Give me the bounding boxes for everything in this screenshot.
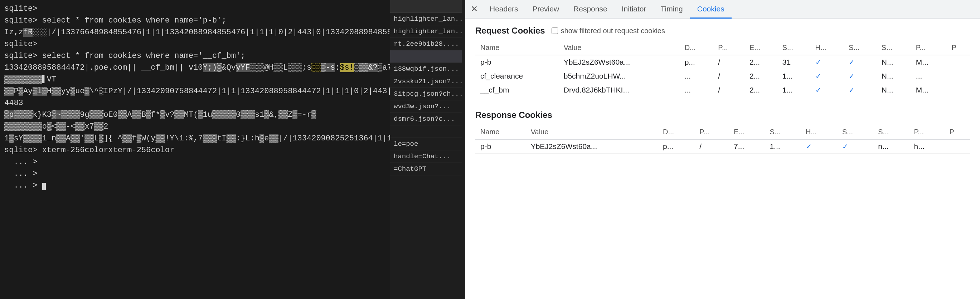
network-item-highlighter2[interactable]: highlighter_lan... xyxy=(390,25,462,38)
response-cookies-header-row: Name Value D... P... E... S... H... S...… xyxy=(475,125,970,139)
col-s: S... xyxy=(777,41,810,55)
request-cookies-section: Request Cookies show filtered out reques… xyxy=(475,26,970,97)
network-item-highlighter1[interactable]: highlighter_lan... xyxy=(390,13,462,25)
col-s3: S... xyxy=(877,41,911,55)
col-p: P... xyxy=(694,125,729,139)
col-d: D... xyxy=(658,125,694,139)
request-cookies-header-row: Name Value D... P... E... S... H... S...… xyxy=(475,41,970,55)
show-filtered-label[interactable]: show filtered out request cookies xyxy=(552,27,665,35)
col-s2: S... xyxy=(844,41,877,55)
col-value: Value xyxy=(526,125,658,139)
table-row[interactable]: __cf_bm Drvd.82J6kbTHKI... ... / 2... 1.… xyxy=(475,83,970,97)
terminal-line-13: sqlite> xterm-256colorxterm-256color xyxy=(4,144,386,156)
terminal-line-7: ▒▒▒▒▒▒▒▒▌VT xyxy=(4,74,386,85)
col-value: Value xyxy=(559,41,680,55)
col-e: E... xyxy=(729,125,765,139)
devtools-panel: ✕ Headers Preview Response Initiator Tim… xyxy=(465,0,980,299)
col-h: H... xyxy=(801,125,837,139)
terminal-line-9: 4483 xyxy=(4,97,386,109)
cookie-body: Request Cookies show filtered out reques… xyxy=(465,19,980,299)
network-item-blank[interactable] xyxy=(390,125,462,138)
col-s3: S... xyxy=(873,125,909,139)
response-cookies-title: Response Cookies xyxy=(475,110,552,120)
response-cookies-table: Name Value D... P... E... S... H... S...… xyxy=(475,125,970,153)
col-name: Name xyxy=(475,125,526,139)
cookie-name: p-b xyxy=(475,139,526,153)
show-filtered-checkbox[interactable] xyxy=(552,27,558,34)
col-d: D... xyxy=(680,41,713,55)
terminal-line-14: ... > xyxy=(4,156,386,168)
col-p3: P xyxy=(947,41,970,55)
network-list-header xyxy=(390,0,462,13)
table-row[interactable]: p-b YbEJ2sZ6Wst60a... p... / 2... 31 ✓ ✓… xyxy=(475,55,970,69)
network-item-3itpcg[interactable]: 3itpcg.json?ch... xyxy=(390,88,462,100)
network-item-dsmr6[interactable]: dsmr6.json?c... xyxy=(390,113,462,125)
terminal-line-10: ▒p▒▒▒▒k}K3▒~▒▒▒▒9g▒▒▒oE0▒▒A▒▒B▒f*▒v?▒▒MT… xyxy=(4,109,386,121)
response-cookies-section: Response Cookies Name Value D... P... E.… xyxy=(475,110,970,153)
col-p3: P xyxy=(944,125,970,139)
col-h: H... xyxy=(810,41,844,55)
network-item-138wqbif[interactable]: 138wqbif.json... xyxy=(390,63,462,75)
terminal-line-12: 1▒sY▒▒▒▒1_n▒▒A▒▒'▒▒L▒]{ ^▒▒f▒W(y▒▒!Y\1:%… xyxy=(4,133,386,144)
network-item-lepoe[interactable]: le=poe xyxy=(390,138,462,150)
table-row[interactable]: cf_clearance b5chmZ2uoLHW... ... / 2... … xyxy=(475,69,970,83)
terminal-line-6: 13342088958844472|.poe.com|| __cf_bm|| v… xyxy=(4,62,386,74)
cookie-name: p-b xyxy=(475,55,559,69)
network-item-handlechat[interactable]: handle=Chat... xyxy=(390,150,462,163)
col-s2: S... xyxy=(837,125,873,139)
terminal-line-4: sqlite> xyxy=(4,38,386,50)
cookie-name: __cf_bm xyxy=(475,83,559,97)
col-e: E... xyxy=(745,41,777,55)
col-p2: P... xyxy=(911,41,947,55)
request-cookies-header: Request Cookies show filtered out reques… xyxy=(475,26,970,36)
terminal-line-16: ... > xyxy=(4,180,386,191)
tab-timing[interactable]: Timing xyxy=(654,0,690,19)
terminal-line-11: ▒▒▒▒▒▒▒▒o▒<▒▒-<▒▒x7▒▒2 xyxy=(4,121,386,133)
network-item-wvd3w[interactable]: wvd3w.json?... xyxy=(390,100,462,113)
tab-response[interactable]: Response xyxy=(566,0,614,19)
network-item-chatgpt[interactable]: =ChatGPT xyxy=(390,163,462,176)
tab-initiator[interactable]: Initiator xyxy=(614,0,654,19)
terminal-line-2: sqlite> select * from cookies where name… xyxy=(4,15,386,27)
col-p2: P... xyxy=(909,125,945,139)
terminal-line-1: sqlite> xyxy=(4,3,386,15)
terminal-line-5: sqlite> select * from cookies where name… xyxy=(4,50,386,62)
devtools-tabbar: ✕ Headers Preview Response Initiator Tim… xyxy=(465,0,980,19)
request-cookies-table: Name Value D... P... E... S... H... S...… xyxy=(475,41,970,97)
cookie-value: YbEJ2sZ6Wst60a... xyxy=(559,55,680,69)
cookie-name: cf_clearance xyxy=(475,69,559,83)
terminal-line-8: ▒▒P▒Ay▒l▒H▒▒yy▒ue▒\^▒IPzY|/|133420907588… xyxy=(4,85,386,97)
col-name: Name xyxy=(475,41,559,55)
close-button[interactable]: ✕ xyxy=(468,3,480,15)
cookie-value: YbEJ2sZ6Wst60a... xyxy=(526,139,658,153)
network-list-panel: highlighter_lan... highlighter_lan... rt… xyxy=(390,0,465,299)
terminal-panel: sqlite> sqlite> select * from cookies wh… xyxy=(0,0,390,299)
terminal-line-3: Iz,zfR░░░|/|13376648984855476|1|1|133420… xyxy=(4,27,386,38)
col-p: P... xyxy=(713,41,745,55)
terminal-line-15: ... > xyxy=(4,168,386,180)
cookie-value: Drvd.82J6kbTHKI... xyxy=(559,83,680,97)
table-row[interactable]: p-b YbEJ2sZ6Wst60a... p... / 7... 1... ✓… xyxy=(475,139,970,153)
network-item-2vssku21[interactable]: 2vssku21.json?... xyxy=(390,75,462,88)
tab-cookies[interactable]: Cookies xyxy=(690,0,732,19)
network-item-rt[interactable]: rt.2ee9b1b28.... xyxy=(390,38,462,51)
response-cookies-header: Response Cookies xyxy=(475,110,970,120)
tab-preview[interactable]: Preview xyxy=(525,0,566,19)
request-cookies-title: Request Cookies xyxy=(475,26,545,36)
tab-headers[interactable]: Headers xyxy=(482,0,525,19)
network-item-selected[interactable] xyxy=(390,51,462,63)
col-s: S... xyxy=(765,125,800,139)
cookie-value: b5chmZ2uoLHW... xyxy=(559,69,680,83)
